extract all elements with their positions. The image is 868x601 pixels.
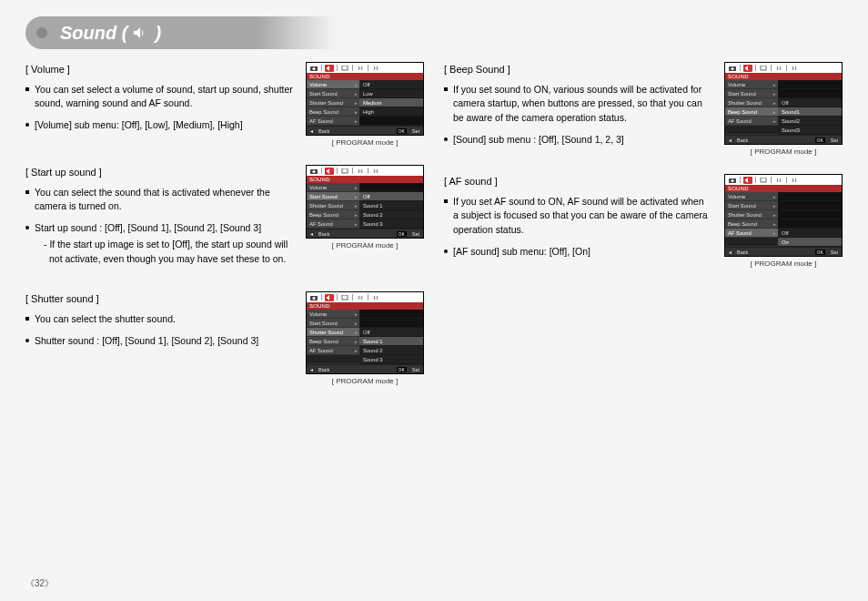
menu-option: Sound2 bbox=[778, 117, 842, 126]
af-submenu: [AF sound] sub menu: [Off], [On] bbox=[444, 245, 712, 260]
display-icon bbox=[759, 65, 768, 72]
chevron-right-icon: ▸ bbox=[355, 348, 358, 353]
menu-footer: ◂ Back OK Set bbox=[725, 135, 842, 144]
menu-tabs bbox=[307, 292, 423, 302]
menu-option: Sound 1 bbox=[359, 337, 423, 346]
ok-label: OK bbox=[397, 367, 407, 372]
back-label: Back bbox=[737, 138, 748, 143]
volume-title: [ Volume ] bbox=[25, 62, 293, 77]
menu-row: Start Sound▸ bbox=[307, 319, 423, 328]
svg-point-4 bbox=[313, 170, 316, 173]
menu-footer: ◂ Back OK Set bbox=[307, 364, 423, 373]
startup-menu: SOUND Volume▸ Start Sound▸ Off Shutter S… bbox=[306, 165, 424, 250]
menu-option: Sound3 bbox=[778, 126, 842, 135]
menu-title: SOUND bbox=[307, 176, 423, 183]
sound-tab-icon bbox=[325, 168, 334, 175]
menu-footer: ◂ Back OK Set bbox=[307, 229, 423, 238]
startup-title: [ Start up sound ] bbox=[25, 165, 293, 180]
menu-row: Beep Sound▸ Sound 2 bbox=[307, 210, 423, 219]
menu-tabs bbox=[725, 63, 842, 73]
chevron-right-icon: ▸ bbox=[355, 311, 358, 317]
setup-icon bbox=[774, 65, 783, 72]
menu-option: Sound 2 bbox=[359, 210, 423, 219]
menu-item-label: Shutter Sound▸ bbox=[307, 201, 359, 210]
set-label: Set bbox=[412, 128, 419, 134]
menu-item-label: Start Sound▸ bbox=[307, 89, 359, 98]
menu-item-label: AF Sound▸ bbox=[307, 219, 359, 229]
menu-item-label: Shutter Sound▸ bbox=[307, 328, 359, 337]
menu-item-label: Volume▸ bbox=[725, 192, 778, 201]
menu-option bbox=[778, 201, 842, 210]
menu-tabs bbox=[307, 166, 423, 176]
menu-option: On bbox=[778, 238, 842, 247]
beep-title: [ Beep Sound ] bbox=[444, 62, 712, 77]
menu-option bbox=[778, 219, 842, 229]
menu-row: Beep Sound▸ bbox=[725, 219, 842, 229]
menu-row: Beep Sound▸ Sound 1 bbox=[307, 337, 423, 346]
chevron-right-icon: ▸ bbox=[773, 212, 776, 218]
display-icon bbox=[340, 294, 349, 301]
page-header: Sound ( ) bbox=[25, 16, 426, 49]
menu-item-label: Start Sound▸ bbox=[307, 319, 359, 328]
sound-tab-icon bbox=[325, 65, 334, 72]
setup2-icon bbox=[790, 177, 799, 184]
menu-option: Sound1 bbox=[778, 107, 842, 117]
af-menu: SOUND Volume▸ Start Sound▸ Shutter Sound… bbox=[724, 174, 843, 268]
setup2-icon bbox=[371, 168, 380, 175]
set-label: Set bbox=[831, 138, 838, 143]
svg-point-1 bbox=[313, 67, 316, 70]
menu-option bbox=[359, 117, 423, 126]
menu-row: Beep Sound▸ High bbox=[307, 107, 423, 117]
ok-label: OK bbox=[397, 231, 407, 237]
menu-row: Shutter Sound▸ Off bbox=[725, 98, 842, 107]
menu-option: Sound 3 bbox=[359, 355, 423, 364]
menu-option: Sound 3 bbox=[359, 219, 423, 229]
section-startup: [ Start up sound ] You can select the so… bbox=[25, 165, 424, 273]
menu-item-label: AF Sound▸ bbox=[725, 229, 778, 238]
menu-item-label: Volume▸ bbox=[725, 80, 778, 89]
sound-tab-icon bbox=[743, 65, 752, 72]
section-af: [ AF sound ] If you set AF sound to ON, … bbox=[444, 174, 843, 268]
svg-rect-2 bbox=[342, 66, 348, 70]
menu-frame: SOUND Volume▸ Start Sound▸ Shutter Sound… bbox=[724, 174, 843, 257]
menu-row: Sound3 bbox=[725, 126, 842, 135]
menu-option bbox=[778, 89, 842, 98]
column-left: [ Volume ] You can set select a volume o… bbox=[25, 62, 424, 403]
camera-icon bbox=[309, 294, 318, 301]
chevron-right-icon: ▸ bbox=[773, 82, 776, 87]
menu-item-label: Shutter Sound▸ bbox=[307, 98, 359, 107]
speaker-icon bbox=[133, 26, 149, 39]
chevron-right-icon: ▸ bbox=[355, 339, 358, 344]
menu-frame: SOUND Volume▸ Start Sound▸ Shutter Sound… bbox=[724, 62, 843, 145]
svg-point-13 bbox=[732, 179, 734, 182]
menu-option bbox=[359, 319, 423, 328]
setup2-icon bbox=[371, 65, 380, 72]
menu-row: AF Sound▸ bbox=[307, 117, 423, 126]
chevron-right-icon: ▸ bbox=[355, 91, 358, 97]
title-right: ) bbox=[155, 23, 161, 44]
menu-row: Start Sound▸ bbox=[725, 201, 842, 210]
menu-option: Sound 1 bbox=[359, 201, 423, 210]
menu-option: Off bbox=[778, 98, 842, 107]
menu-caption: [ PROGRAM mode ] bbox=[724, 260, 843, 268]
chevron-right-icon: ▸ bbox=[773, 118, 776, 124]
back-label: Back bbox=[318, 367, 329, 372]
menu-row: Shutter Sound▸ bbox=[725, 210, 842, 219]
setup-icon bbox=[356, 65, 365, 72]
setup-icon bbox=[356, 168, 365, 175]
set-label: Set bbox=[412, 231, 419, 237]
display-icon bbox=[340, 65, 349, 72]
chevron-right-icon: ▸ bbox=[355, 109, 358, 115]
menu-row: Volume▸ Off bbox=[307, 80, 423, 89]
menu-row: AF Sound▸ Sound 2 bbox=[307, 346, 423, 355]
set-label: Set bbox=[412, 367, 419, 372]
ok-label: OK bbox=[815, 138, 825, 143]
menu-caption: [ PROGRAM mode ] bbox=[306, 241, 424, 250]
chevron-right-icon: ▸ bbox=[355, 212, 358, 218]
chevron-right-icon: ▸ bbox=[773, 91, 776, 97]
chevron-right-icon: ▸ bbox=[773, 230, 776, 236]
menu-option: High bbox=[359, 107, 423, 117]
shutter-menu: SOUND Volume▸ Start Sound▸ Shutter Sound… bbox=[306, 291, 424, 385]
chevron-right-icon: ▸ bbox=[773, 221, 776, 227]
menu-option: Low bbox=[359, 89, 423, 98]
